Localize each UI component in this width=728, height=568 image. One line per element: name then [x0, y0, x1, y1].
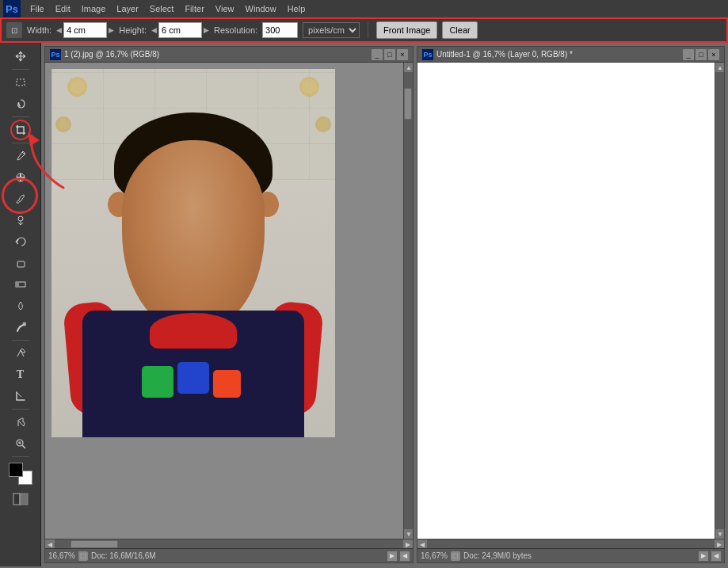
quick-mask-button[interactable] [10, 489, 31, 509]
eyedropper-tool[interactable] [10, 146, 31, 166]
doc1-close[interactable]: × [397, 49, 408, 60]
svg-line-9 [22, 445, 25, 448]
front-image-button[interactable]: Front Image [376, 21, 437, 39]
brush-tool[interactable] [10, 189, 31, 209]
vscroll-thumb[interactable] [404, 88, 412, 120]
photo-image [51, 69, 335, 437]
doc2-nav-right[interactable]: ▶ [699, 551, 708, 561]
gradient-tool[interactable] [10, 274, 31, 295]
menu-window[interactable]: Window [241, 2, 281, 15]
tool-sep-4 [12, 340, 29, 341]
menu-image[interactable]: Image [77, 2, 111, 15]
healing-tool[interactable] [10, 167, 31, 188]
left-toolbar: T [0, 43, 41, 566]
doc1-nav-right[interactable]: ▶ [387, 551, 397, 561]
vscroll-up[interactable]: ▲ [404, 63, 413, 72]
foreground-color-swatch[interactable] [9, 463, 23, 477]
doc2-maximize[interactable]: □ [696, 49, 707, 60]
clone-tool[interactable] [10, 210, 31, 231]
doc1-title: 1 (2).jpg @ 16,7% (RGB/8) [64, 50, 368, 59]
doc1-status-icon: ⬚ [78, 551, 88, 561]
hscroll-track[interactable] [55, 539, 403, 548]
svg-rect-13 [20, 494, 28, 505]
hscroll-thumb[interactable] [71, 540, 118, 548]
hscroll-right[interactable]: ▶ [403, 539, 413, 548]
doc2-status: Doc: 24,9M/0 bytes [463, 551, 696, 560]
units-select[interactable]: pixels/cm [303, 22, 360, 38]
height-label: Height: [119, 25, 147, 35]
doc2-vscroll-up[interactable]: ▲ [715, 63, 724, 72]
eraser-tool[interactable] [10, 253, 31, 273]
dodge-tool[interactable] [10, 317, 31, 337]
path-selection-tool[interactable] [10, 386, 31, 406]
doc2-hscroll-left[interactable]: ◀ [417, 539, 427, 548]
tool-sep-2 [12, 116, 29, 117]
workspace: Ps 1 (2).jpg @ 16,7% (RGB/8) _ □ × [41, 43, 728, 566]
doc2-statusbar: 16,67% ⬚ Doc: 24,9M/0 bytes ▶ ◀ [417, 548, 724, 562]
menu-select[interactable]: Select [145, 2, 179, 15]
doc2-zoom: 16,67% [421, 551, 448, 560]
height-left-arrow[interactable]: ◀ [151, 26, 157, 34]
doc2-hscrollbar[interactable]: ◀ ▶ [417, 539, 724, 548]
width-input-group: ◀ ▶ [56, 22, 114, 38]
fg-bg-swatches [9, 463, 32, 485]
hand-tool[interactable] [10, 412, 31, 433]
blur-tool[interactable] [10, 295, 31, 316]
height-input[interactable] [158, 22, 202, 38]
move-tool[interactable] [10, 46, 31, 67]
vscroll-track[interactable] [404, 72, 413, 529]
doc2-vscroll-track[interactable] [715, 72, 724, 529]
resolution-input-group [262, 22, 298, 38]
doc2-minimize[interactable]: _ [683, 49, 694, 60]
doc1-hscrollbar[interactable]: ◀ ▶ [45, 539, 413, 548]
tool-sep-1 [12, 69, 29, 70]
height-input-group: ◀ ▶ [151, 22, 209, 38]
text-tool[interactable]: T [10, 364, 31, 385]
svg-point-3 [18, 216, 23, 221]
pen-tool[interactable] [10, 343, 31, 364]
doc2-vscrollbar[interactable]: ▲ ▼ [715, 63, 724, 539]
menu-file[interactable]: File [25, 2, 49, 15]
width-right-arrow[interactable]: ▶ [109, 26, 114, 34]
main-area: T Ps 1 (2).jpg @ 16,7% (RG [0, 43, 728, 566]
marquee-rect-tool[interactable] [10, 72, 31, 93]
doc1-icon: Ps [50, 49, 61, 60]
doc1-maximize[interactable]: □ [384, 49, 395, 60]
doc2-titlebar: Ps Untitled-1 @ 16,7% (Layer 0, RGB/8) *… [417, 47, 724, 63]
height-right-arrow[interactable]: ▶ [204, 26, 209, 34]
resolution-input[interactable] [262, 22, 298, 38]
doc1-vscrollbar[interactable]: ▲ ▼ [403, 63, 413, 539]
menu-help[interactable]: Help [283, 2, 311, 15]
width-left-arrow[interactable]: ◀ [56, 26, 62, 34]
doc2-window: Ps Untitled-1 @ 16,7% (Layer 0, RGB/8) *… [417, 46, 725, 563]
crop-tool[interactable] [10, 120, 31, 140]
doc1-window: Ps 1 (2).jpg @ 16,7% (RGB/8) _ □ × [44, 46, 414, 563]
doc1-nav-left[interactable]: ◀ [400, 551, 410, 561]
hscroll-left[interactable]: ◀ [45, 539, 55, 548]
width-label: Width: [27, 25, 51, 35]
vscroll-down[interactable]: ▼ [404, 529, 413, 539]
lasso-tool[interactable] [10, 93, 31, 114]
doc1-zoom: 16,67% [48, 551, 75, 560]
doc2-vscroll-down[interactable]: ▼ [715, 529, 724, 539]
doc2-hscroll-right[interactable]: ▶ [715, 539, 724, 548]
zoom-tool[interactable] [10, 433, 31, 454]
menu-edit[interactable]: Edit [51, 2, 75, 15]
separator-1 [368, 22, 368, 38]
doc2-nav-left[interactable]: ◀ [711, 551, 721, 561]
doc2-hscroll-track[interactable] [427, 539, 715, 548]
app-logo: Ps [3, 0, 21, 17]
options-bar: ⊡ Width: ◀ ▶ Height: ◀ ▶ Resolution: pix… [0, 17, 728, 43]
menu-view[interactable]: View [211, 2, 239, 15]
history-tool[interactable] [10, 231, 31, 252]
crop-tool-icon: ⊡ [6, 22, 22, 38]
svg-rect-4 [17, 261, 25, 267]
width-input[interactable] [63, 22, 107, 38]
svg-rect-1 [17, 79, 25, 86]
doc1-minimize[interactable]: _ [372, 49, 383, 60]
doc1-canvas [45, 63, 403, 539]
menu-layer[interactable]: Layer [112, 2, 143, 15]
clear-button[interactable]: Clear [442, 21, 477, 39]
doc2-close[interactable]: × [708, 49, 719, 60]
menu-filter[interactable]: Filter [180, 2, 208, 15]
